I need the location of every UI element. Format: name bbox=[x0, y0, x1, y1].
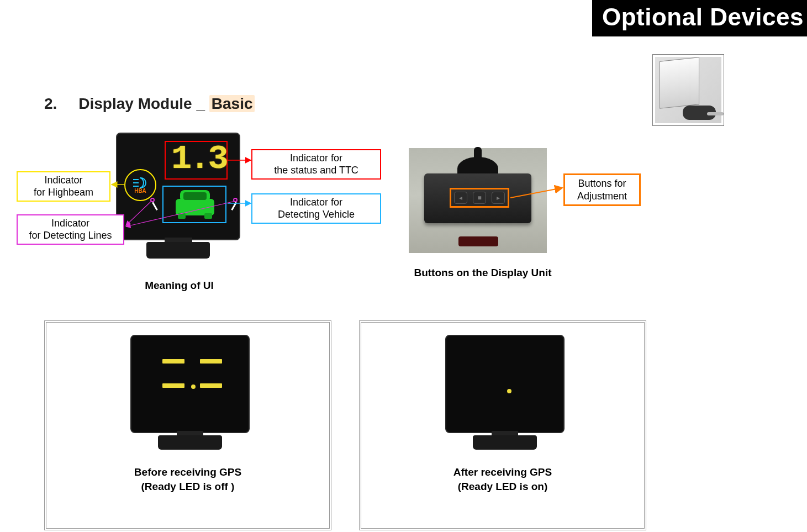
thumbnail-cable bbox=[707, 112, 724, 115]
module-thumbnail bbox=[652, 54, 724, 126]
svg-rect-7 bbox=[204, 213, 212, 219]
panel-before-gps: Before receiving GPS (Ready LED is off ) bbox=[44, 320, 331, 530]
page-header: Optional Devices bbox=[592, 0, 807, 36]
module-thumbnail-inner bbox=[655, 57, 721, 123]
lane-marker-left bbox=[150, 198, 155, 202]
unit-lower-slot bbox=[458, 236, 498, 246]
seg-bot-right bbox=[200, 383, 222, 388]
mini-stand-left bbox=[158, 435, 222, 450]
ready-led-dot bbox=[507, 389, 511, 393]
mini-display-right bbox=[445, 335, 565, 450]
callout-lines: Indicator for Detecting Lines bbox=[17, 214, 124, 245]
figure1-caption: Meaning of UI bbox=[117, 280, 241, 292]
panel-right-caption: After receiving GPS (Ready LED is on) bbox=[361, 465, 644, 493]
figure-meaning-of-ui: 1.3 HBA Indicator for Highbeam Indicator… bbox=[17, 133, 403, 287]
callout-vehicle-text: Indicator for Detecting Vehicle bbox=[278, 197, 355, 220]
callout-status-ttc: Indicator for the status and TTC bbox=[251, 149, 381, 180]
section-highlight: Basic bbox=[209, 95, 255, 112]
display-stand bbox=[146, 242, 210, 259]
callout-highbeam-text: Indicator for Highbeam bbox=[34, 175, 93, 198]
section-title: 2. Display Module _ Basic bbox=[44, 95, 255, 113]
page-header-text: Optional Devices bbox=[602, 3, 804, 30]
lane-marker-right bbox=[233, 198, 238, 202]
svg-rect-5 bbox=[183, 192, 207, 200]
seg-bot-left bbox=[162, 383, 184, 388]
ttc-value: 1.3 bbox=[171, 139, 226, 178]
section-number: 2. bbox=[44, 95, 57, 112]
callout-lines-text: Indicator for Detecting Lines bbox=[29, 218, 112, 241]
svg-rect-6 bbox=[178, 213, 186, 219]
adjust-button-center-icon[interactable]: ■ bbox=[473, 192, 486, 204]
seg-top-right bbox=[200, 359, 222, 364]
figure-buttons-unit: ◂ ■ ▸ Buttons for Adjustment Buttons on … bbox=[409, 148, 696, 281]
callout-buttons: Buttons for Adjustment bbox=[563, 173, 641, 206]
callout-vehicle: Indicator for Detecting Vehicle bbox=[251, 193, 381, 224]
panel-right-line1: After receiving GPS bbox=[361, 465, 644, 480]
callout-highbeam: Indicator for Highbeam bbox=[17, 171, 110, 202]
thumbnail-screen bbox=[660, 57, 699, 109]
panel-left-line1: Before receiving GPS bbox=[46, 465, 329, 480]
hba-label: HBA bbox=[134, 188, 146, 194]
unit-photo: ◂ ■ ▸ bbox=[409, 148, 547, 253]
mini-display-left bbox=[130, 335, 250, 450]
mini-bezel-right bbox=[445, 335, 565, 433]
adjust-button-left-icon[interactable]: ◂ bbox=[454, 192, 467, 204]
figure2-caption: Buttons on the Display Unit bbox=[405, 267, 560, 279]
panel-left-caption: Before receiving GPS (Ready LED is off ) bbox=[46, 465, 329, 493]
seg-dot bbox=[191, 384, 196, 389]
panel-right-line2: (Ready LED is on) bbox=[361, 480, 644, 494]
callout-status-ttc-text: Indicator for the status and TTC bbox=[274, 152, 358, 176]
section-name: Display Module _ bbox=[78, 95, 205, 112]
panel-left-line2: (Ready LED is off ) bbox=[46, 480, 329, 494]
adjust-button-right-icon[interactable]: ▸ bbox=[492, 192, 505, 204]
seg-top-left bbox=[162, 359, 184, 364]
panel-after-gps: After receiving GPS (Ready LED is on) bbox=[359, 320, 646, 530]
highbeam-indicator-icon: HBA bbox=[124, 169, 156, 201]
vehicle-icon bbox=[172, 188, 218, 220]
mini-stand-right bbox=[473, 435, 537, 450]
callout-buttons-text: Buttons for Adjustment bbox=[577, 178, 627, 202]
adjustment-buttons-frame: ◂ ■ ▸ bbox=[450, 188, 509, 208]
mini-bezel-left bbox=[130, 335, 250, 433]
